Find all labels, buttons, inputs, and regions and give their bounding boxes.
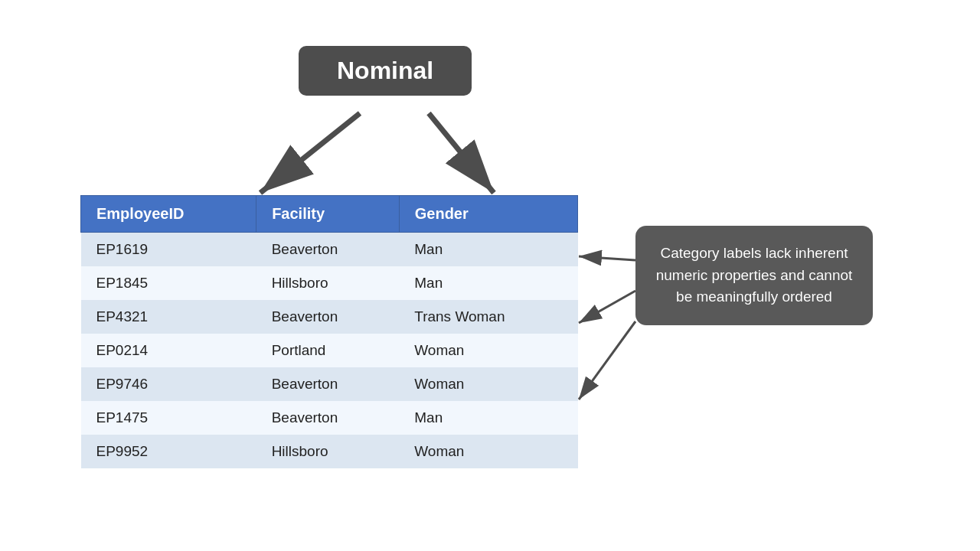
table-cell: EP4321 [81, 300, 256, 334]
col-header-employeeid: EmployeeID [81, 196, 256, 233]
table-cell: EP0214 [81, 334, 256, 367]
svg-line-2 [429, 113, 494, 193]
svg-line-3 [579, 256, 635, 260]
page-container: Nominal EmployeeID Facility Gender [0, 0, 980, 551]
table-row: EP1845HillsboroMan [81, 266, 578, 300]
table-row: EP0214PortlandWoman [81, 334, 578, 367]
annotation-box: Category labels lack inherent numeric pr… [635, 226, 873, 325]
nominal-box: Nominal [299, 46, 472, 96]
table-cell: EP1619 [81, 233, 256, 267]
table-cell: EP9746 [81, 367, 256, 401]
table-cell: Hillsboro [256, 435, 400, 468]
table-cell: Woman [399, 435, 577, 468]
svg-line-4 [579, 291, 635, 323]
svg-line-1 [260, 113, 360, 193]
table-cell: Man [399, 266, 577, 300]
table-cell: Beaverton [256, 367, 400, 401]
table-cell: Hillsboro [256, 266, 400, 300]
table-cell: Woman [399, 367, 577, 401]
table-cell: Trans Woman [399, 300, 577, 334]
table-row: EP9746BeavertonWoman [81, 367, 578, 401]
table-row: EP1475BeavertonMan [81, 401, 578, 435]
table-row: EP1619BeavertonMan [81, 233, 578, 267]
table-row: EP4321BeavertonTrans Woman [81, 300, 578, 334]
nominal-label: Nominal [337, 57, 433, 84]
table-cell: Man [399, 401, 577, 435]
data-table: EmployeeID Facility Gender EP1619Beavert… [80, 195, 578, 468]
data-table-container: EmployeeID Facility Gender EP1619Beavert… [80, 195, 578, 468]
table-cell: EP1845 [81, 266, 256, 300]
svg-line-5 [579, 321, 635, 399]
table-cell: EP9952 [81, 435, 256, 468]
annotation-text: Category labels lack inherent numeric pr… [656, 245, 853, 305]
col-header-facility: Facility [256, 196, 400, 233]
table-cell: EP1475 [81, 401, 256, 435]
col-header-gender: Gender [399, 196, 577, 233]
table-cell: Beaverton [256, 233, 400, 267]
table-cell: Portland [256, 334, 400, 367]
table-cell: Beaverton [256, 300, 400, 334]
table-row: EP9952HillsboroWoman [81, 435, 578, 468]
table-cell: Woman [399, 334, 577, 367]
table-cell: Man [399, 233, 577, 267]
table-cell: Beaverton [256, 401, 400, 435]
